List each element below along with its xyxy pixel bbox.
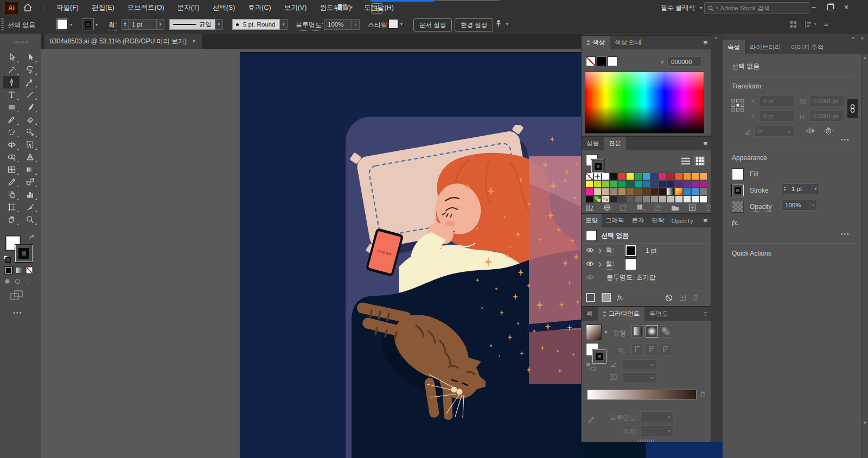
swatch[interactable] bbox=[699, 173, 707, 180]
reference-point-icon[interactable] bbox=[731, 99, 744, 112]
expand-arrow-icon[interactable]: ❯ bbox=[598, 262, 602, 267]
minimize-button[interactable]: – bbox=[806, 0, 822, 14]
grid-view-icon[interactable] bbox=[694, 156, 705, 166]
swatch[interactable] bbox=[683, 195, 691, 203]
swatch[interactable] bbox=[626, 195, 634, 203]
swatch[interactable] bbox=[691, 180, 699, 188]
symbol-sprayer-tool[interactable] bbox=[3, 188, 20, 201]
swatch[interactable] bbox=[610, 188, 618, 195]
x-field[interactable]: 0 pt bbox=[760, 96, 794, 106]
lasso-tool[interactable] bbox=[22, 63, 38, 76]
rotate-angle-field[interactable]: 0°▾ bbox=[754, 126, 794, 137]
list-view-icon[interactable] bbox=[680, 157, 691, 166]
radial-gradient-button[interactable] bbox=[646, 325, 658, 338]
appearance-row-stroke[interactable]: ❯ 획: 1 pt bbox=[582, 244, 711, 257]
color-spectrum[interactable] bbox=[585, 72, 704, 133]
perspective-grid-tool[interactable] bbox=[22, 151, 38, 163]
white-swatch[interactable] bbox=[608, 56, 617, 66]
visibility-eye-icon[interactable] bbox=[586, 260, 594, 268]
color-mode-button[interactable] bbox=[4, 266, 14, 275]
chevron-down-icon[interactable]: ▾ bbox=[280, 19, 288, 30]
swatch[interactable] bbox=[667, 195, 675, 203]
stroke-along-button[interactable] bbox=[646, 343, 658, 355]
opacity-row-label[interactable]: 불투명도: 초기값 bbox=[607, 273, 656, 283]
props-stroke-value[interactable]: 1 pt bbox=[788, 183, 812, 194]
swatch[interactable] bbox=[667, 173, 675, 180]
eyedropper-icon[interactable] bbox=[587, 416, 595, 424]
swatch[interactable] bbox=[593, 173, 602, 180]
more-arrow-icon[interactable]: › bbox=[809, 200, 817, 211]
stroke-weight-control[interactable]: ▲▼ 1 pt ▾ bbox=[122, 19, 164, 30]
stepper[interactable]: ▲▼ bbox=[122, 19, 129, 30]
document-tab[interactable]: ti304a8503.ai @ 53.11% (RGB/GPU 미리 보기) × bbox=[44, 34, 202, 49]
swatch[interactable] bbox=[593, 195, 602, 203]
swatch[interactable] bbox=[602, 195, 610, 203]
add-theme-icon[interactable] bbox=[620, 204, 628, 211]
swatch[interactable] bbox=[650, 180, 659, 188]
link-dimensions-button[interactable] bbox=[847, 99, 858, 118]
swatch[interactable] bbox=[691, 188, 699, 195]
swatch[interactable] bbox=[618, 173, 626, 180]
swatch[interactable] bbox=[659, 195, 667, 203]
default-fill-stroke-icon[interactable] bbox=[3, 255, 11, 264]
mini-stroke-indicator[interactable] bbox=[591, 160, 604, 173]
swatch[interactable] bbox=[650, 195, 659, 203]
props-stroke-label[interactable]: Stroke bbox=[750, 187, 769, 195]
swatch[interactable] bbox=[675, 180, 683, 188]
opacity-label[interactable]: 불투명도: bbox=[296, 21, 323, 31]
none-mode-button[interactable] bbox=[24, 266, 34, 275]
home-icon[interactable] bbox=[23, 3, 33, 14]
swatch[interactable] bbox=[602, 188, 610, 195]
panel-menu-icon[interactable]: ≡ bbox=[703, 139, 707, 148]
collapse-dock-icon[interactable]: « bbox=[714, 35, 718, 41]
props-opacity-label[interactable]: Opacity bbox=[750, 203, 772, 212]
panel-menu-icon[interactable]: ≡ bbox=[703, 217, 707, 225]
swatch-libraries-icon[interactable] bbox=[586, 204, 594, 211]
tab-libraries[interactable]: 라이브러리 bbox=[745, 40, 786, 54]
eraser-tool[interactable] bbox=[22, 113, 38, 126]
rectangle-tool[interactable] bbox=[3, 101, 20, 113]
swatch[interactable] bbox=[650, 173, 659, 180]
stroke-row-swatch[interactable] bbox=[626, 245, 636, 256]
line-segment-tool[interactable] bbox=[22, 88, 38, 101]
w-field[interactable]: 0.0001 pt bbox=[809, 96, 844, 106]
align-control[interactable]: ▾ bbox=[805, 21, 816, 28]
pin-control[interactable]: ▾ bbox=[495, 20, 508, 28]
tab-transparency[interactable]: 투명도 bbox=[644, 307, 673, 321]
swatch[interactable] bbox=[683, 180, 691, 188]
swatch[interactable] bbox=[699, 188, 707, 195]
flip-vertical-icon[interactable] bbox=[824, 126, 833, 135]
curvature-tool[interactable] bbox=[22, 76, 38, 88]
stroke-color-indicator[interactable] bbox=[15, 245, 33, 262]
black-swatch[interactable] bbox=[597, 56, 607, 66]
stroke-across-button[interactable] bbox=[660, 343, 672, 355]
new-color-group-icon[interactable] bbox=[671, 204, 679, 211]
swatch[interactable] bbox=[634, 188, 642, 195]
visibility-eye-icon[interactable] bbox=[586, 274, 594, 282]
restore-button[interactable] bbox=[822, 0, 838, 14]
freeform-gradient-button[interactable] bbox=[660, 325, 672, 338]
swatch-kinds-icon[interactable] bbox=[637, 204, 645, 211]
paintbrush-tool[interactable] bbox=[22, 101, 38, 113]
menu-file[interactable]: 파일(F) bbox=[50, 0, 85, 15]
delete-item-icon[interactable] bbox=[693, 294, 699, 301]
swatch[interactable] bbox=[610, 180, 618, 188]
swatch[interactable] bbox=[585, 188, 593, 195]
free-transform-tool[interactable] bbox=[22, 138, 38, 151]
swatch[interactable] bbox=[634, 195, 642, 203]
swatch[interactable] bbox=[667, 180, 675, 188]
type-tool[interactable] bbox=[3, 88, 20, 101]
swatch[interactable] bbox=[626, 180, 634, 188]
mesh-tool[interactable] bbox=[3, 163, 20, 176]
arrange-documents-button[interactable]: ▾ bbox=[337, 3, 353, 11]
artboard-tool[interactable] bbox=[3, 201, 20, 213]
width-tool[interactable] bbox=[3, 138, 20, 151]
menu-object[interactable]: 오브젝트(O) bbox=[121, 0, 171, 15]
none-swatch[interactable] bbox=[586, 56, 596, 66]
gradient-mode-button[interactable] bbox=[14, 266, 24, 275]
menu-type[interactable]: 문자(T) bbox=[171, 0, 206, 15]
stroke-color-control[interactable]: ▾ bbox=[82, 19, 98, 30]
tab-symbols[interactable]: 심볼 bbox=[582, 137, 604, 150]
shaper-tool[interactable] bbox=[3, 113, 20, 126]
style-swatch[interactable] bbox=[388, 19, 398, 29]
